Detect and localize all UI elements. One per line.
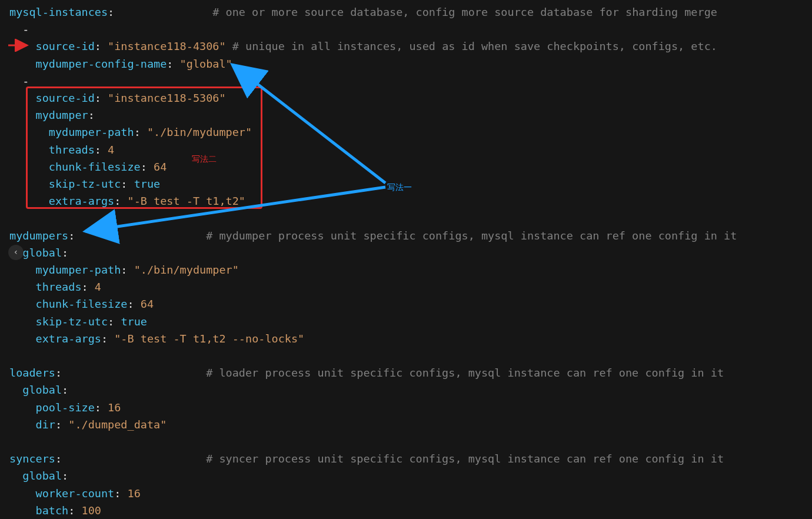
chevron-left-icon[interactable]: ‹ (8, 245, 24, 260)
yaml-config-code: mysql-instances: # one or more source da… (9, 4, 737, 519)
